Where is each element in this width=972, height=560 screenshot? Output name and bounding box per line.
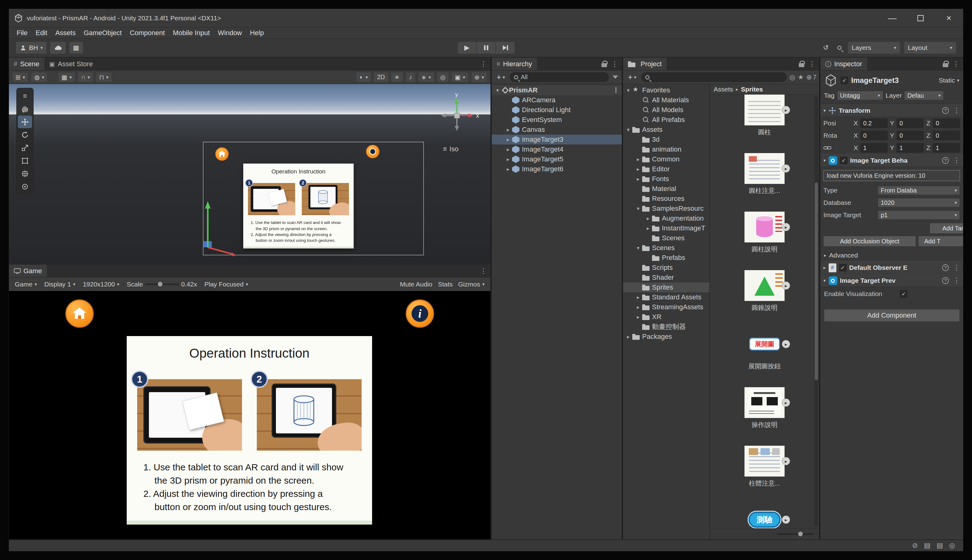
asset-thumbnail[interactable]: ▸ — [745, 446, 785, 477]
project-search-input[interactable] — [641, 72, 787, 82]
message-icon[interactable]: ▤ — [924, 542, 930, 550]
favorites-icon[interactable]: ★ — [798, 73, 804, 81]
project-tree-row[interactable]: All Models — [623, 105, 709, 115]
project-tree-row[interactable]: ▾ SamplesResourc — [623, 203, 709, 213]
menu-item[interactable]: GameObject — [80, 27, 126, 38]
project-tree-row[interactable]: ▸ Standard Assets — [623, 292, 709, 302]
foldout-arrow[interactable]: ▾ — [634, 245, 642, 252]
project-tree-row[interactable]: 3d — [623, 135, 709, 145]
hierarchy-row[interactable]: Directional Light ⋮ — [492, 105, 622, 115]
foldout-arrow[interactable]: ▸ — [504, 166, 512, 172]
foldout-arrow[interactable]: ▾ — [823, 278, 826, 283]
project-tree-row[interactable]: ▾ Scenes — [623, 243, 709, 253]
type-dropdown[interactable]: From Databa▾ — [878, 186, 960, 195]
sprite-expand-arrow[interactable]: ▸ — [782, 106, 790, 114]
hierarchy-row[interactable]: ▸ ImageTarget6 ⋮ — [492, 164, 622, 174]
restore-button[interactable] — [906, 9, 935, 27]
app-home-button[interactable] — [65, 299, 94, 328]
sprite-expand-arrow[interactable]: ▸ — [782, 398, 790, 407]
snap-button[interactable]: ∩▾ — [78, 72, 94, 82]
hierarchy-row[interactable]: EventSystem ⋮ — [492, 115, 622, 125]
kebab-menu-icon[interactable]: ⋮ — [611, 60, 618, 68]
hierarchy-row[interactable]: ▸ ImageTarget4 ⋮ — [492, 145, 622, 154]
move-gizmo[interactable] — [182, 195, 249, 263]
project-tree-row[interactable]: Prefabs — [623, 253, 709, 263]
project-tree-row[interactable]: Scripts — [623, 263, 709, 273]
breadcrumb-root[interactable]: Assets — [714, 86, 733, 93]
lock-icon[interactable] — [601, 63, 607, 67]
foldout-arrow[interactable]: ▸ — [504, 156, 512, 163]
image-target-dropdown[interactable]: p1▾ — [878, 210, 960, 220]
tab-game[interactable]: Game — [9, 265, 47, 277]
project-tree-row[interactable]: Shader — [623, 273, 709, 282]
transform-header[interactable]: ▾ Transform ? ⋮ — [820, 104, 963, 117]
foldout-arrow[interactable]: ▸ — [634, 294, 642, 301]
asset-item[interactable]: ▸ 圓錐說明 — [710, 270, 819, 324]
tools-handle[interactable]: ≡ — [18, 90, 32, 102]
project-tree-row[interactable]: ▸ Common — [623, 154, 709, 164]
kebab-menu-icon[interactable]: ⋮ — [953, 277, 960, 285]
scale-y-field[interactable]: 1 — [897, 143, 924, 152]
step-button[interactable] — [496, 42, 515, 54]
zoom-slider-knob[interactable] — [798, 532, 803, 536]
tab-inspector[interactable]: i Inspector — [820, 58, 867, 70]
sprite-expand-arrow[interactable]: ▸ — [782, 223, 790, 231]
status-ok-icon[interactable]: ◎ — [949, 542, 955, 550]
lock-icon[interactable] — [799, 63, 804, 67]
asset-item[interactable]: 展開圖 ▸ 展開圖按鈕 — [710, 329, 819, 383]
asset-thumbnail[interactable]: ▸ — [745, 95, 785, 125]
minimize-button[interactable]: — — [878, 9, 906, 27]
foldout-arrow[interactable]: ▾ — [634, 205, 642, 212]
asset-item[interactable]: ▸ 柱體注意... — [710, 446, 819, 500]
pivot-button[interactable]: ◍▾ — [31, 72, 47, 82]
position-z-field[interactable]: 0 — [933, 118, 960, 128]
sprite-expand-arrow[interactable]: ▸ — [782, 340, 790, 348]
rotate-tool[interactable] — [18, 128, 32, 141]
message-icon[interactable]: ▤ — [937, 542, 943, 550]
image-target-preview-header[interactable]: ▾ Image Target Prev ? ⋮ — [820, 274, 963, 287]
pause-button[interactable] — [477, 42, 496, 54]
foldout-arrow[interactable]: ▸ — [634, 304, 642, 310]
search-by-type-icon[interactable]: ◎ — [789, 73, 795, 81]
transform-tool[interactable] — [18, 167, 32, 180]
kebab-menu-icon[interactable]: ⋮ — [480, 267, 487, 275]
hierarchy-row[interactable]: ▸ ImageTarget5 ⋮ — [492, 154, 622, 164]
asset-thumbnail[interactable]: ▸ — [745, 270, 785, 301]
scrollbar-thumb[interactable] — [815, 182, 818, 380]
add-target-button[interactable]: Add Tar — [930, 223, 963, 233]
scale-constrain[interactable] — [823, 145, 851, 151]
foldout-arrow[interactable]: ▸ — [634, 176, 642, 182]
rotation-x-field[interactable]: 0 — [860, 131, 887, 140]
project-tree-row[interactable]: animation — [623, 145, 709, 154]
custom-tool[interactable] — [18, 180, 32, 193]
asset-item[interactable]: ▸ 圓柱 — [710, 95, 819, 149]
kebab-menu-icon[interactable]: ⋮ — [953, 107, 960, 115]
enable-visualization-checkbox[interactable]: ✓ — [900, 290, 907, 298]
mute-audio-button[interactable]: Mute Audio — [397, 279, 435, 290]
foldout-arrow[interactable]: ▸ — [644, 215, 652, 222]
default-observer-header[interactable]: ▸ # ✓ Default Observer E ? ⋮ — [820, 261, 963, 274]
orientation-gizmo[interactable]: y x — [433, 93, 482, 140]
project-tree-row[interactable]: ▸ InstantImageT — [623, 223, 709, 233]
foldout-arrow[interactable]: ▾ — [823, 108, 826, 113]
foldout-arrow[interactable]: ▸ — [634, 314, 642, 320]
project-tree-row[interactable]: Sprites — [623, 282, 709, 292]
tab-hierarchy[interactable]: ≡ Hierarchy — [492, 58, 537, 70]
effects-button[interactable]: ∗▾ — [418, 72, 434, 82]
foldout-arrow[interactable]: ▸ — [624, 333, 632, 340]
component-enabled-checkbox[interactable]: ✓ — [840, 157, 847, 164]
project-tree-row[interactable]: All Materials — [623, 95, 709, 105]
kebab-menu-icon[interactable]: ⋮ — [953, 157, 960, 165]
project-tree-row[interactable]: Material — [623, 184, 709, 194]
rotation-z-field[interactable]: 0 — [933, 131, 960, 140]
project-tree-row[interactable]: ▾ Assets — [623, 125, 709, 135]
tab-asset-store[interactable]: ▣ Asset Store — [44, 58, 98, 70]
hierarchy-row[interactable]: ▸ ImageTarget3 ⋮ — [492, 135, 622, 145]
active-checkbox[interactable]: ✓ — [841, 77, 848, 84]
asset-thumbnail[interactable]: ▸ — [745, 212, 785, 242]
foldout-arrow[interactable]: ▸ — [504, 137, 512, 143]
help-icon[interactable]: ? — [942, 157, 949, 164]
hierarchy-row[interactable]: ▾ PrismAR ⋮ — [492, 85, 622, 95]
add-component-button[interactable]: Add Component — [824, 309, 960, 322]
services-button[interactable]: ▦ — [69, 42, 83, 54]
